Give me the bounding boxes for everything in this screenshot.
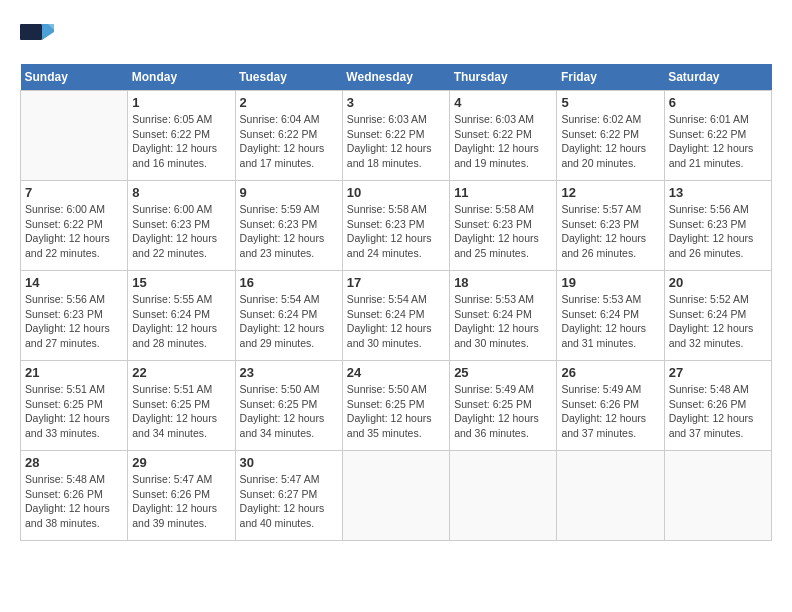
day-number: 16 [240, 275, 338, 290]
day-info: Sunrise: 5:52 AM Sunset: 6:24 PM Dayligh… [669, 292, 767, 351]
svg-rect-0 [20, 24, 42, 40]
calendar-cell: 6Sunrise: 6:01 AM Sunset: 6:22 PM Daylig… [664, 91, 771, 181]
calendar-cell: 10Sunrise: 5:58 AM Sunset: 6:23 PM Dayli… [342, 181, 449, 271]
day-number: 19 [561, 275, 659, 290]
day-number: 9 [240, 185, 338, 200]
week-row-2: 7Sunrise: 6:00 AM Sunset: 6:22 PM Daylig… [21, 181, 772, 271]
calendar-cell: 22Sunrise: 5:51 AM Sunset: 6:25 PM Dayli… [128, 361, 235, 451]
day-number: 14 [25, 275, 123, 290]
day-info: Sunrise: 6:04 AM Sunset: 6:22 PM Dayligh… [240, 112, 338, 171]
calendar-cell: 4Sunrise: 6:03 AM Sunset: 6:22 PM Daylig… [450, 91, 557, 181]
day-number: 2 [240, 95, 338, 110]
calendar-cell [21, 91, 128, 181]
logo-icon [20, 20, 56, 48]
calendar-cell: 7Sunrise: 6:00 AM Sunset: 6:22 PM Daylig… [21, 181, 128, 271]
day-number: 27 [669, 365, 767, 380]
day-number: 20 [669, 275, 767, 290]
day-number: 5 [561, 95, 659, 110]
week-row-5: 28Sunrise: 5:48 AM Sunset: 6:26 PM Dayli… [21, 451, 772, 541]
calendar-cell: 29Sunrise: 5:47 AM Sunset: 6:26 PM Dayli… [128, 451, 235, 541]
calendar-cell: 23Sunrise: 5:50 AM Sunset: 6:25 PM Dayli… [235, 361, 342, 451]
column-header-tuesday: Tuesday [235, 64, 342, 91]
calendar-cell: 15Sunrise: 5:55 AM Sunset: 6:24 PM Dayli… [128, 271, 235, 361]
calendar-cell: 16Sunrise: 5:54 AM Sunset: 6:24 PM Dayli… [235, 271, 342, 361]
day-number: 7 [25, 185, 123, 200]
day-info: Sunrise: 5:54 AM Sunset: 6:24 PM Dayligh… [240, 292, 338, 351]
day-info: Sunrise: 6:05 AM Sunset: 6:22 PM Dayligh… [132, 112, 230, 171]
day-number: 21 [25, 365, 123, 380]
calendar-cell: 20Sunrise: 5:52 AM Sunset: 6:24 PM Dayli… [664, 271, 771, 361]
day-info: Sunrise: 5:47 AM Sunset: 6:26 PM Dayligh… [132, 472, 230, 531]
calendar-cell [557, 451, 664, 541]
day-number: 3 [347, 95, 445, 110]
day-number: 22 [132, 365, 230, 380]
calendar-cell: 11Sunrise: 5:58 AM Sunset: 6:23 PM Dayli… [450, 181, 557, 271]
column-header-monday: Monday [128, 64, 235, 91]
calendar-cell: 18Sunrise: 5:53 AM Sunset: 6:24 PM Dayli… [450, 271, 557, 361]
calendar-cell: 26Sunrise: 5:49 AM Sunset: 6:26 PM Dayli… [557, 361, 664, 451]
day-number: 12 [561, 185, 659, 200]
column-header-saturday: Saturday [664, 64, 771, 91]
day-info: Sunrise: 5:48 AM Sunset: 6:26 PM Dayligh… [669, 382, 767, 441]
calendar-cell: 2Sunrise: 6:04 AM Sunset: 6:22 PM Daylig… [235, 91, 342, 181]
calendar-cell [664, 451, 771, 541]
day-info: Sunrise: 5:50 AM Sunset: 6:25 PM Dayligh… [347, 382, 445, 441]
day-info: Sunrise: 6:00 AM Sunset: 6:22 PM Dayligh… [25, 202, 123, 261]
calendar-table: SundayMondayTuesdayWednesdayThursdayFrid… [20, 64, 772, 541]
day-info: Sunrise: 6:02 AM Sunset: 6:22 PM Dayligh… [561, 112, 659, 171]
day-info: Sunrise: 5:49 AM Sunset: 6:26 PM Dayligh… [561, 382, 659, 441]
day-info: Sunrise: 5:56 AM Sunset: 6:23 PM Dayligh… [25, 292, 123, 351]
calendar-cell [342, 451, 449, 541]
day-number: 8 [132, 185, 230, 200]
day-info: Sunrise: 6:03 AM Sunset: 6:22 PM Dayligh… [347, 112, 445, 171]
calendar-cell: 30Sunrise: 5:47 AM Sunset: 6:27 PM Dayli… [235, 451, 342, 541]
day-info: Sunrise: 6:00 AM Sunset: 6:23 PM Dayligh… [132, 202, 230, 261]
day-number: 23 [240, 365, 338, 380]
calendar-cell: 24Sunrise: 5:50 AM Sunset: 6:25 PM Dayli… [342, 361, 449, 451]
day-number: 25 [454, 365, 552, 380]
day-number: 15 [132, 275, 230, 290]
calendar-cell: 5Sunrise: 6:02 AM Sunset: 6:22 PM Daylig… [557, 91, 664, 181]
calendar-cell: 14Sunrise: 5:56 AM Sunset: 6:23 PM Dayli… [21, 271, 128, 361]
day-number: 17 [347, 275, 445, 290]
calendar-cell: 3Sunrise: 6:03 AM Sunset: 6:22 PM Daylig… [342, 91, 449, 181]
day-number: 13 [669, 185, 767, 200]
day-info: Sunrise: 6:01 AM Sunset: 6:22 PM Dayligh… [669, 112, 767, 171]
day-info: Sunrise: 5:58 AM Sunset: 6:23 PM Dayligh… [347, 202, 445, 261]
day-number: 18 [454, 275, 552, 290]
day-number: 29 [132, 455, 230, 470]
calendar-cell: 28Sunrise: 5:48 AM Sunset: 6:26 PM Dayli… [21, 451, 128, 541]
calendar-cell: 21Sunrise: 5:51 AM Sunset: 6:25 PM Dayli… [21, 361, 128, 451]
day-info: Sunrise: 5:50 AM Sunset: 6:25 PM Dayligh… [240, 382, 338, 441]
page-header [20, 20, 772, 48]
column-header-thursday: Thursday [450, 64, 557, 91]
day-info: Sunrise: 5:53 AM Sunset: 6:24 PM Dayligh… [561, 292, 659, 351]
day-number: 10 [347, 185, 445, 200]
calendar-cell: 13Sunrise: 5:56 AM Sunset: 6:23 PM Dayli… [664, 181, 771, 271]
calendar-cell: 9Sunrise: 5:59 AM Sunset: 6:23 PM Daylig… [235, 181, 342, 271]
day-info: Sunrise: 5:48 AM Sunset: 6:26 PM Dayligh… [25, 472, 123, 531]
day-number: 26 [561, 365, 659, 380]
day-number: 11 [454, 185, 552, 200]
day-info: Sunrise: 5:54 AM Sunset: 6:24 PM Dayligh… [347, 292, 445, 351]
calendar-cell: 8Sunrise: 6:00 AM Sunset: 6:23 PM Daylig… [128, 181, 235, 271]
day-info: Sunrise: 6:03 AM Sunset: 6:22 PM Dayligh… [454, 112, 552, 171]
day-number: 30 [240, 455, 338, 470]
day-info: Sunrise: 5:49 AM Sunset: 6:25 PM Dayligh… [454, 382, 552, 441]
day-info: Sunrise: 5:58 AM Sunset: 6:23 PM Dayligh… [454, 202, 552, 261]
day-info: Sunrise: 5:51 AM Sunset: 6:25 PM Dayligh… [132, 382, 230, 441]
logo [20, 20, 60, 48]
calendar-cell: 17Sunrise: 5:54 AM Sunset: 6:24 PM Dayli… [342, 271, 449, 361]
day-number: 24 [347, 365, 445, 380]
week-row-1: 1Sunrise: 6:05 AM Sunset: 6:22 PM Daylig… [21, 91, 772, 181]
calendar-cell: 27Sunrise: 5:48 AM Sunset: 6:26 PM Dayli… [664, 361, 771, 451]
day-number: 28 [25, 455, 123, 470]
week-row-3: 14Sunrise: 5:56 AM Sunset: 6:23 PM Dayli… [21, 271, 772, 361]
calendar-cell: 1Sunrise: 6:05 AM Sunset: 6:22 PM Daylig… [128, 91, 235, 181]
day-number: 4 [454, 95, 552, 110]
day-info: Sunrise: 5:57 AM Sunset: 6:23 PM Dayligh… [561, 202, 659, 261]
calendar-cell [450, 451, 557, 541]
column-header-friday: Friday [557, 64, 664, 91]
day-info: Sunrise: 5:59 AM Sunset: 6:23 PM Dayligh… [240, 202, 338, 261]
column-header-wednesday: Wednesday [342, 64, 449, 91]
